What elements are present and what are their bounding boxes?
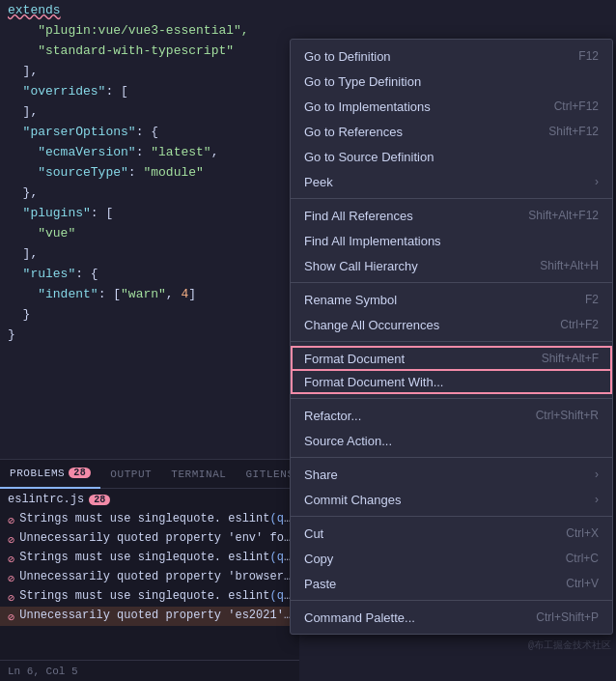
code-line-12: "vue" (0, 223, 299, 243)
tab-problems-label: PROBLEMS (10, 468, 65, 479)
error-text-5: Strings must use singlequote. eslint(quo… (19, 589, 292, 603)
error-text-3: Strings must use singlequote. eslint(quo… (19, 551, 292, 564)
menu-label-commit-changes: Commit Changes (304, 493, 587, 507)
error-icon-6: ⊘ (8, 610, 14, 625)
code-line-11: "plugins": [ (0, 203, 299, 223)
problems-badge: 28 (69, 468, 91, 478)
code-line-2: "plugin:vue/vue3-essential", (0, 20, 299, 41)
menu-shortcut-paste: Ctrl+V (566, 577, 599, 590)
error-icon-2: ⊘ (8, 533, 14, 548)
menu-rename-symbol[interactable]: Rename Symbol F2 (291, 287, 612, 312)
menu-shortcut-find-all-references: Shift+Alt+F12 (528, 209, 599, 222)
menu-cut[interactable]: Cut Ctrl+X (291, 521, 612, 546)
code-line-7: "parserOptions": { (0, 122, 299, 142)
separator-4 (291, 398, 612, 399)
menu-label-go-to-definition: Go to Definition (304, 49, 559, 64)
menu-share[interactable]: Share › (291, 462, 612, 487)
code-line-17: } (0, 325, 299, 345)
menu-shortcut-change-all-occurrences: Ctrl+F2 (560, 318, 599, 331)
menu-label-paste: Paste (304, 577, 546, 591)
status-text: Ln 6, Col 5 (8, 666, 78, 677)
menu-peek[interactable]: Peek › (291, 169, 612, 194)
menu-format-document[interactable]: Format Document Shift+Alt+F (291, 346, 612, 371)
menu-format-document-with[interactable]: Format Document With... (291, 369, 612, 394)
menu-label-find-all-implementations: Find All Implementations (304, 234, 579, 248)
error-icon-1: ⊘ (8, 514, 14, 528)
panel-tabs: PROBLEMS 28 OUTPUT TERMINAL GITLENS DE..… (0, 460, 299, 489)
menu-go-to-source-definition[interactable]: Go to Source Definition (291, 144, 612, 169)
code-line-8: "ecmaVersion": "latest", (0, 142, 299, 162)
separator-1 (291, 198, 612, 199)
menu-label-change-all-occurrences: Change All Occurrences (304, 318, 541, 332)
menu-shortcut-rename-symbol: F2 (585, 293, 599, 306)
error-text-4: Unnecessarily quoted property 'browser' … (19, 570, 292, 583)
error-icon-3: ⊘ (8, 553, 14, 567)
menu-refactor[interactable]: Refactor... Ctrl+Shift+R (291, 403, 612, 428)
menu-shortcut-go-to-references: Shift+F12 (548, 125, 599, 138)
menu-label-go-to-type-definition: Go to Type Definition (304, 74, 579, 89)
menu-label-share: Share (304, 468, 587, 482)
menu-go-to-type-definition[interactable]: Go to Type Definition (291, 69, 612, 94)
menu-command-palette[interactable]: Command Palette... Ctrl+Shift+P (291, 605, 612, 630)
menu-copy[interactable]: Copy Ctrl+C (291, 546, 612, 571)
menu-label-format-document-with: Format Document With... (304, 375, 579, 389)
commit-arrow-icon: › (595, 493, 599, 506)
menu-go-to-implementations[interactable]: Go to Implementations Ctrl+F12 (291, 94, 612, 119)
menu-shortcut-show-call-hierarchy: Shift+Alt+H (540, 259, 599, 272)
watermark: @布工掘金技术社区 (528, 638, 611, 652)
tab-problems[interactable]: PROBLEMS 28 (0, 460, 100, 489)
code-line-10: }, (0, 183, 299, 203)
separator-7 (291, 600, 612, 601)
bottom-panel: PROBLEMS 28 OUTPUT TERMINAL GITLENS DE..… (0, 459, 299, 681)
menu-find-all-implementations[interactable]: Find All Implementations (291, 228, 612, 253)
menu-change-all-occurrences[interactable]: Change All Occurrences Ctrl+F2 (291, 312, 612, 337)
panel-file-badge: 28 (89, 495, 110, 505)
menu-show-call-hierarchy[interactable]: Show Call Hierarchy Shift+Alt+H (291, 253, 612, 278)
menu-shortcut-go-to-implementations: Ctrl+F12 (554, 99, 599, 113)
menu-label-go-to-references: Go to References (304, 125, 529, 139)
peek-arrow-icon: › (595, 175, 599, 188)
share-arrow-icon: › (595, 468, 599, 481)
error-item-1[interactable]: ⊘ Strings must use singlequote. eslint(q… (0, 510, 299, 529)
menu-find-all-references[interactable]: Find All References Shift+Alt+F12 (291, 203, 612, 228)
menu-label-copy: Copy (304, 552, 546, 566)
panel-status-bar: Ln 6, Col 5 (0, 660, 299, 681)
error-text-1: Strings must use singlequote. eslint(quo… (19, 512, 292, 525)
panel-file-name: eslintrc.js (8, 493, 84, 506)
code-line-5: "overrides": [ (0, 81, 299, 101)
error-item-6[interactable]: ⊘ Unnecessarily quoted property 'es2021'… (0, 607, 299, 626)
menu-label-peek: Peek (304, 175, 587, 189)
menu-shortcut-cut: Ctrl+X (566, 526, 599, 540)
code-line-6: ], (0, 101, 299, 122)
menu-go-to-references[interactable]: Go to References Shift+F12 (291, 119, 612, 144)
menu-label-source-action: Source Action... (304, 434, 579, 448)
separator-3 (291, 341, 612, 342)
tab-terminal[interactable]: TERMINAL (161, 460, 236, 489)
error-item-2[interactable]: ⊘ Unnecessarily quoted property 'env' fo… (0, 529, 299, 549)
tab-gitlens-label: GITLENS (245, 468, 294, 480)
error-item-5[interactable]: ⊘ Strings must use singlequote. eslint(q… (0, 587, 299, 607)
menu-paste[interactable]: Paste Ctrl+V (291, 571, 612, 596)
tab-terminal-label: TERMINAL (171, 468, 226, 480)
tab-output-label: OUTPUT (110, 468, 152, 480)
panel-content: eslintrc.js 28 ⊘ Strings must use single… (0, 489, 299, 657)
separator-2 (291, 282, 612, 283)
error-icon-4: ⊘ (8, 572, 14, 586)
error-text-2: Unnecessarily quoted property 'env' foun… (19, 531, 292, 545)
separator-5 (291, 457, 612, 458)
error-item-4[interactable]: ⊘ Unnecessarily quoted property 'browser… (0, 568, 299, 587)
code-line-3: "standard-with-typescript" (0, 41, 299, 61)
menu-shortcut-command-palette: Ctrl+Shift+P (536, 610, 599, 624)
error-item-3[interactable]: ⊘ Strings must use singlequote. eslint(q… (0, 549, 299, 568)
tab-output[interactable]: OUTPUT (100, 460, 161, 489)
menu-label-show-call-hierarchy: Show Call Hierarchy (304, 259, 520, 273)
menu-shortcut-format-document: Shift+Alt+F (542, 352, 599, 365)
code-line-1: extends (0, 0, 299, 20)
menu-label-command-palette: Command Palette... (304, 610, 517, 625)
code-line-4: ], (0, 61, 299, 81)
menu-label-rename-symbol: Rename Symbol (304, 293, 566, 307)
error-text-6: Unnecessarily quoted property 'es2021' f… (19, 609, 292, 622)
menu-source-action[interactable]: Source Action... (291, 428, 612, 453)
menu-go-to-definition[interactable]: Go to Definition F12 (291, 43, 612, 69)
menu-commit-changes[interactable]: Commit Changes › (291, 487, 612, 512)
